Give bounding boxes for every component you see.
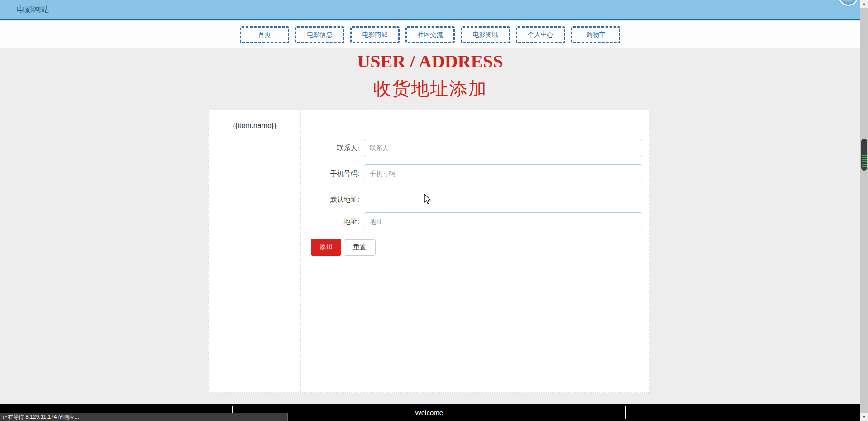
browser-viewport: 电影网站 首页 电影信息 电影商城 社区交流 电影资讯 个人中心 购物车 USE… <box>0 0 868 421</box>
nav-item-movie-mall[interactable]: 电影商城 <box>350 26 400 43</box>
address-label: 地址: <box>302 212 359 230</box>
main-nav: 首页 电影信息 电影商城 社区交流 电影资讯 个人中心 购物车 <box>0 21 860 48</box>
page-title-en: USER / ADDRESS <box>0 51 860 72</box>
page-title-zh: 收货地址添加 <box>0 76 860 101</box>
nav-item-cart[interactable]: 购物车 <box>571 26 620 43</box>
form-row-contact: 联系人: <box>302 139 642 157</box>
scrollbar-thumb[interactable] <box>861 139 867 171</box>
nav-item-user-center[interactable]: 个人中心 <box>516 26 565 43</box>
phone-label: 手机号码: <box>302 164 359 182</box>
nav-item-movie-info[interactable]: 电影信息 <box>295 26 344 43</box>
contact-input[interactable] <box>364 139 642 157</box>
nav-item-home[interactable]: 首页 <box>240 26 289 43</box>
add-button[interactable]: 添加 <box>311 239 341 256</box>
scroll-down-icon[interactable]: ▼ <box>860 413 868 421</box>
site-header: 电影网站 <box>0 0 860 20</box>
contact-label: 联系人: <box>302 139 359 157</box>
form-row-default-address: 默认地址: <box>302 191 359 209</box>
form-row-address: 地址: <box>302 212 642 230</box>
content-panel: {{item.name}} 联系人: 手机号码: 默认地址: 地址: 添加 重置 <box>208 110 650 393</box>
footer-welcome: Welcome <box>232 406 626 419</box>
nav-item-community[interactable]: 社区交流 <box>405 26 455 43</box>
sidebar-item[interactable]: {{item.name}} <box>209 110 300 141</box>
reset-button[interactable]: 重置 <box>344 239 376 256</box>
nav-item-movie-news[interactable]: 电影资讯 <box>461 26 510 43</box>
scrollbar-thumb-stripes <box>862 155 867 168</box>
address-form: 联系人: 手机号码: 默认地址: 地址: 添加 重置 <box>302 110 649 392</box>
default-address-label: 默认地址: <box>302 191 359 209</box>
browser-status-bar: 正在等待 8.129.11.174 的响应... <box>0 413 288 421</box>
form-row-phone: 手机号码: <box>302 164 642 182</box>
phone-input[interactable] <box>364 164 642 182</box>
sidebar-menu: {{item.name}} <box>209 110 301 392</box>
scroll-up-icon[interactable]: ▲ <box>860 0 868 8</box>
vertical-scrollbar[interactable]: ▲ ▼ <box>860 0 868 421</box>
sphere-avatar-icon[interactable] <box>838 0 858 6</box>
site-title: 电影网站 <box>17 0 49 19</box>
address-input[interactable] <box>364 212 642 230</box>
